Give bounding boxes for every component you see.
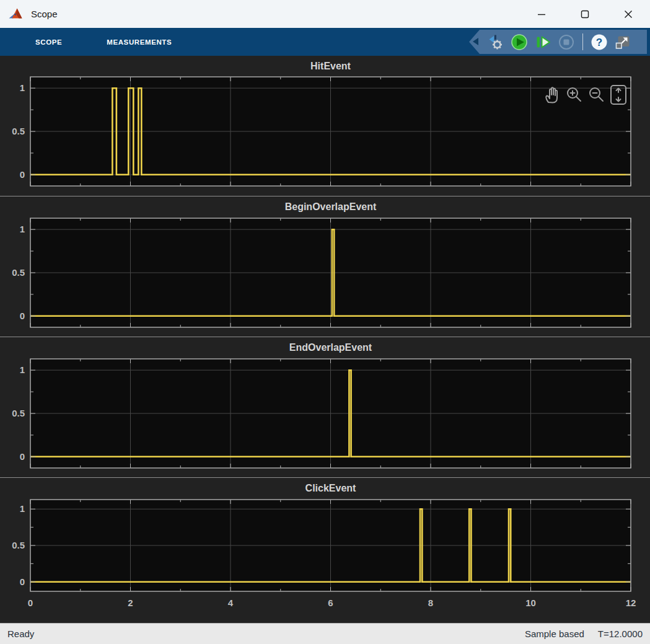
step-forward-icon: [534, 33, 552, 51]
svg-text:2: 2: [128, 598, 133, 608]
help-icon: ?: [590, 33, 608, 51]
svg-text:0.5: 0.5: [12, 408, 25, 418]
zoom-out-icon: [586, 84, 606, 105]
collapse-toolstrip-icon[interactable]: [473, 38, 478, 45]
simulation-pacing-icon: [486, 33, 505, 51]
run-icon: [510, 33, 529, 51]
zoom-in-icon: [564, 84, 584, 105]
fit-to-view-icon: [608, 84, 628, 106]
toolbar-separator: [582, 33, 583, 50]
close-button[interactable]: [607, 0, 650, 28]
tab-scope[interactable]: SCOPE: [35, 38, 62, 46]
endoverlapevent-plot-canvas[interactable]: 00.51: [0, 337, 650, 478]
minimize-icon: [537, 10, 546, 19]
plot-title-beginoverlapevent: BeginOverlapEvent: [30, 201, 631, 213]
svg-text:8: 8: [428, 598, 433, 608]
clickevent-plot-canvas[interactable]: 00.51024681012: [0, 478, 650, 622]
step-forward-button[interactable]: [531, 32, 555, 53]
stop-icon: [557, 33, 576, 51]
maximize-button[interactable]: [563, 0, 607, 28]
svg-text:10: 10: [525, 598, 536, 608]
plot-tools-palette: [541, 83, 629, 107]
window-controls: [520, 0, 650, 28]
quick-access-bar: ?: [469, 30, 647, 54]
run-button[interactable]: [507, 32, 531, 53]
status-bar: Ready Sample based T=12.0000: [0, 623, 650, 644]
sample-mode-text: Sample based: [525, 629, 584, 639]
pan-hand-icon: [542, 84, 561, 105]
svg-text:0.5: 0.5: [12, 267, 25, 278]
minimize-button[interactable]: [520, 0, 563, 28]
matlab-logo-icon: [8, 6, 24, 22]
fit-to-view-button[interactable]: [608, 83, 629, 107]
svg-text:0: 0: [20, 311, 25, 321]
endoverlapevent-panel: 00.51 EndOverlapEvent: [0, 337, 650, 477]
zoom-in-button[interactable]: [563, 83, 584, 107]
beginoverlapevent-plot-canvas[interactable]: 00.51: [0, 196, 650, 337]
svg-text:1: 1: [20, 224, 25, 234]
svg-text:0: 0: [20, 576, 25, 587]
plot-area: 00.51 HitEvent: [0, 56, 650, 623]
close-icon: [624, 10, 633, 19]
simulation-pacing-button[interactable]: [484, 32, 507, 53]
svg-text:4: 4: [228, 598, 234, 608]
svg-text:6: 6: [328, 598, 333, 608]
svg-text:0: 0: [20, 451, 25, 462]
svg-text:0: 0: [28, 598, 33, 608]
plot-title-clickevent: ClickEvent: [30, 483, 631, 494]
sim-time-text: T=12.0000: [598, 629, 643, 639]
plot-title-endoverlapevent: EndOverlapEvent: [30, 342, 631, 353]
title-bar: Scope: [0, 0, 650, 28]
hitevent-panel: 00.51 HitEvent: [0, 56, 650, 196]
window-title: Scope: [31, 9, 58, 19]
svg-text:1: 1: [20, 82, 25, 93]
maximize-icon: [581, 10, 589, 19]
svg-text:1: 1: [20, 503, 25, 514]
dock-icon: [613, 33, 632, 51]
svg-text:12: 12: [626, 598, 636, 608]
clickevent-panel: 00.51024681012 ClickEvent: [0, 477, 650, 621]
plot-title-hitevent: HitEvent: [30, 61, 631, 72]
svg-text:0.5: 0.5: [12, 540, 25, 550]
pan-button[interactable]: [541, 83, 562, 107]
svg-text:?: ?: [596, 36, 602, 48]
toolstrip: SCOPE MEASUREMENTS: [0, 28, 650, 56]
status-text: Ready: [7, 629, 34, 639]
tab-measurements[interactable]: MEASUREMENTS: [107, 38, 172, 46]
svg-text:1: 1: [20, 364, 25, 375]
scope-window: Scope SCOPE MEASUREMENTS: [0, 0, 650, 644]
help-button[interactable]: ?: [587, 32, 611, 53]
hitevent-plot-canvas[interactable]: 00.51: [0, 56, 650, 196]
beginoverlapevent-panel: 00.51 BeginOverlapEvent: [0, 196, 650, 337]
svg-text:0: 0: [20, 169, 25, 180]
dock-button[interactable]: [611, 32, 635, 53]
stop-button: [555, 32, 578, 53]
svg-text:0.5: 0.5: [12, 126, 25, 136]
zoom-out-button[interactable]: [586, 83, 607, 107]
